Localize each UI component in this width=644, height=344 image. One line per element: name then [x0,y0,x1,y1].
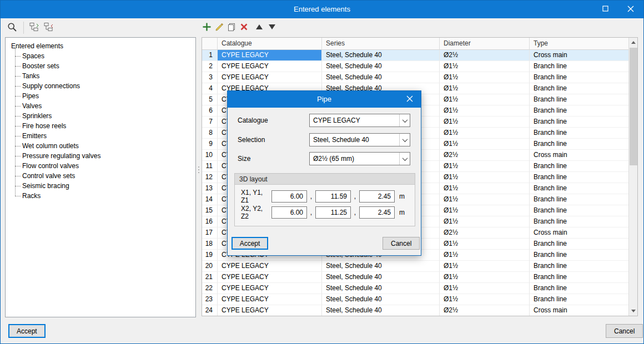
size-combobox[interactable]: Ø2½ (65 mm) [309,152,410,165]
table-row[interactable]: 21CYPE LEGACYSteel, Schedule 40Ø1½Branch… [202,272,628,283]
expand-tree-icon [29,22,39,33]
table-row[interactable]: 23CYPE LEGACYSteel, Schedule 40Ø1½Branch… [202,294,628,305]
tree-item[interactable]: Control valve sets [6,171,195,181]
tree-item[interactable]: Sprinklers [6,111,195,121]
tree-item[interactable]: Valves [6,101,195,111]
cell-diameter: Ø1½ [440,105,530,117]
vertical-scrollbar[interactable] [628,38,637,316]
tree-item[interactable]: Booster sets [6,61,195,71]
toolbar-separator [23,22,24,34]
z1-input[interactable] [359,190,395,203]
cell-type: Cross main [530,305,628,316]
x2-input[interactable] [271,206,307,219]
catalogue-combobox[interactable]: CYPE LEGACY [309,114,410,127]
cell-catalogue: CYPE LEGACY [218,50,322,61]
tree-root[interactable]: Entered elements [6,41,195,51]
cell-catalogue: CYPE LEGACY [218,261,322,272]
element-tree-panel: Entered elements SpacesBooster setsTanks… [5,37,196,317]
row-number: 13 [202,183,218,194]
tree-item[interactable]: Emitters [6,131,195,141]
cell-type: Branch line [530,128,628,139]
tree-item[interactable]: Wet column outlets [6,141,195,151]
cell-series: Steel, Schedule 40 [322,283,440,294]
close-icon [627,6,634,14]
tree-item[interactable]: Flow control valves [6,161,195,171]
selection-combobox[interactable]: Steel, Schedule 40 [309,133,410,146]
cell-diameter: Ø1½ [440,172,530,183]
column-header-series: Series [322,38,440,50]
scrollbar-thumb[interactable] [630,48,637,165]
pipe-dialog-close-button[interactable] [399,91,421,108]
row-number: 10 [202,150,218,161]
tree-item[interactable]: Pipes [6,91,195,101]
copy-icon [227,23,236,33]
search-button[interactable] [5,21,19,35]
table-row[interactable]: 2CYPE LEGACYSteel, Schedule 40Ø1½Branch … [202,61,628,72]
cell-type: Branch line [530,250,628,261]
tree-item[interactable]: Spaces [6,51,195,61]
tree-item[interactable]: Tanks [6,71,195,81]
tree-item[interactable]: Fire hose reels [6,121,195,131]
scrollbar-up-button[interactable] [629,38,638,47]
row-number: 18 [202,239,218,250]
row-number: 11 [202,161,218,172]
scrollbar-down-button[interactable] [629,306,638,316]
triangle-up-icon [255,24,263,32]
y2-input[interactable] [315,206,351,219]
add-icon [202,22,212,33]
cell-diameter: Ø1½ [440,294,530,305]
cell-catalogue: CYPE LEGACY [218,294,322,305]
row-number: 14 [202,194,218,205]
close-button[interactable] [618,1,643,18]
cell-diameter: Ø1½ [440,117,530,128]
splitter[interactable] [197,160,200,179]
table-row[interactable]: 1CYPE LEGACYSteel, Schedule 40Ø2½Cross m… [202,50,628,61]
table-row[interactable]: 24CYPE LEGACYSteel, Schedule 40Ø2½Cross … [202,305,628,316]
collapse-all-button[interactable] [42,21,56,35]
tree-item[interactable]: Supply connections [6,81,195,91]
row-number: 4 [202,83,218,94]
row-number: 9 [202,139,218,150]
cell-type: Branch line [530,183,628,194]
cell-catalogue: CYPE LEGACY [218,72,322,83]
y1-input[interactable] [315,190,351,203]
row-number: 17 [202,227,218,239]
row-number: 7 [202,117,218,128]
z2-input[interactable] [359,206,395,219]
maximize-button[interactable] [592,1,618,18]
tree-children: SpacesBooster setsTanksSupply connection… [6,51,195,201]
table-row[interactable]: 20CYPE LEGACYSteel, Schedule 40Ø1½Branch… [202,261,628,272]
chevron-down-icon [399,114,410,127]
point2-label: X2, Y2, Z2 [241,205,271,220]
table-header: Catalogue Series Diameter Type [202,38,637,50]
point2-row: X2, Y2, Z2 , , m [241,206,413,219]
accept-button[interactable]: Accept [8,324,46,338]
delete-button[interactable] [237,21,251,35]
x1-input[interactable] [271,190,307,203]
table-row[interactable]: 22CYPE LEGACYSteel, Schedule 40Ø1½Branch… [202,283,628,294]
table-row[interactable]: 3CYPE LEGACYSteel, Schedule 40Ø1½Branch … [202,72,628,83]
cell-diameter: Ø1½ [440,194,530,205]
dialog-accept-button[interactable]: Accept [232,237,268,250]
expand-all-button[interactable] [27,21,42,35]
separator: , [351,209,359,216]
row-number: 5 [202,94,218,105]
cell-diameter: Ø1½ [440,161,530,172]
column-header-catalogue: Catalogue [218,38,322,50]
tree-item[interactable]: Pressure regulating valves [6,151,195,161]
dialog-cancel-button[interactable]: Cancel [383,237,420,250]
cancel-button[interactable]: Cancel [606,324,643,338]
unit-label: m [399,193,405,200]
titlebar: Entered elements [1,1,643,18]
move-down-button[interactable] [265,21,279,35]
collapse-tree-icon [44,22,54,33]
cell-series: Steel, Schedule 40 [322,305,440,316]
cell-diameter: Ø1½ [440,139,530,150]
chevron-down-icon [399,153,410,165]
cell-diameter: Ø1½ [440,216,530,227]
row-number: 16 [202,216,218,227]
pipe-dialog-title: Pipe [228,91,421,108]
row-number: 24 [202,305,218,316]
tree-item[interactable]: Seismic bracing [6,181,195,191]
tree-item[interactable]: Racks [6,191,195,201]
